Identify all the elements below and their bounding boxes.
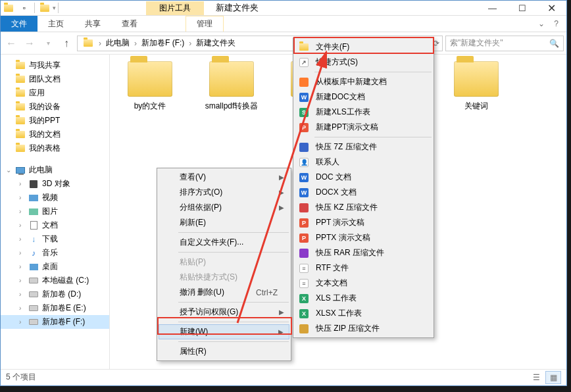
sidebar-item[interactable]: ›桌面 (1, 260, 109, 274)
context-menu-item[interactable]: 新建(W)▶ (159, 324, 289, 339)
contextual-tab-label: 图片工具 (146, 1, 204, 15)
context-menu-item[interactable]: 查看(V)▶ (159, 170, 289, 185)
menu-item-label: 属性(R) (180, 346, 207, 357)
sidebar-item-label: 我的设备 (29, 101, 61, 112)
folder-icon (454, 61, 499, 97)
sidebar-item[interactable]: ›文档 (1, 218, 109, 232)
context-menu-item[interactable]: 排序方式(O)▶ (159, 185, 289, 200)
folder-item[interactable]: smallpdf转换器 (203, 61, 260, 112)
tab-view[interactable]: 查看 (111, 16, 148, 32)
sidebar-item[interactable]: ›视频 (1, 191, 109, 205)
explorer-window: ▫ ▾ 图片工具 新建文件夹 — ☐ ✕ 文件 主页 共享 查看 管理 ⌄ ? … (0, 0, 567, 386)
folder-item[interactable]: 关键词 (448, 61, 505, 112)
sidebar-item[interactable]: 应用 (1, 86, 109, 100)
context-menu-item[interactable]: 授予访问权限(G)▶ (159, 305, 289, 320)
new-menu-item[interactable]: WDOCX 文档 (295, 185, 432, 200)
context-menu: 查看(V)▶排序方式(O)▶分组依据(P)▶刷新(E)自定义文件夹(F)...粘… (157, 168, 291, 361)
menu-item-label: XLS 工作表 (316, 293, 357, 304)
recent-dropdown-icon[interactable]: ▾ (40, 36, 56, 51)
menu-item-label: DOCX 文档 (316, 187, 357, 198)
new-menu-item[interactable]: 快压 ZIP 压缩文件 (295, 321, 432, 336)
context-menu-item[interactable]: 刷新(E) (159, 215, 289, 230)
sidebar-item[interactable]: ›新加卷E (E:) (1, 301, 109, 315)
filetype-icon (299, 142, 309, 153)
breadcrumb[interactable]: 新建文件夹 (194, 37, 237, 49)
folder-item[interactable]: by的文件 (122, 61, 178, 112)
sidebar-item[interactable]: ›图片 (1, 205, 109, 218)
sidebar-item[interactable]: ›新加卷F (F:) (1, 315, 109, 329)
new-menu-item[interactable]: 👤联系人 (295, 155, 432, 170)
new-menu-item[interactable]: W新建DOC文档 (295, 89, 432, 105)
new-menu-item[interactable]: XXLS 工作表 (295, 291, 432, 306)
icons-view-button[interactable]: ▦ (545, 371, 561, 384)
details-view-button[interactable]: ☰ (528, 371, 544, 384)
maximize-button[interactable]: ☐ (507, 1, 537, 15)
filetype-icon: P (299, 233, 309, 243)
new-menu-item[interactable]: 快压 RAR 压缩文件 (295, 245, 432, 260)
menu-item-label: 快压 KZ 压缩文件 (316, 202, 378, 213)
sidebar-item[interactable]: 我的PPT (1, 114, 109, 128)
context-menu-item[interactable]: 撤消 删除(U)Ctrl+Z (159, 285, 289, 300)
sidebar-item[interactable]: 与我共享 (1, 59, 109, 72)
context-menu-item[interactable]: 自定义文件夹(F)... (159, 235, 289, 250)
sidebar-item[interactable]: 我的文档 (1, 128, 109, 141)
menu-item-label: 文件夹(F) (316, 41, 349, 53)
back-button[interactable]: ← (3, 36, 19, 51)
menu-item-label: 分组依据(P) (180, 202, 222, 213)
search-input[interactable]: 索"新建文件夹" 🔍 (445, 36, 564, 51)
new-menu-item[interactable]: ≡RTF 文件 (295, 260, 432, 276)
menu-item-label: 粘贴快捷方式(S) (180, 272, 237, 283)
shortcut-label: Ctrl+Z (256, 288, 278, 297)
filetype-icon: W (299, 172, 309, 183)
new-menu-item[interactable]: ↗快捷方式(S) (295, 55, 432, 70)
filetype-icon: P (299, 218, 309, 228)
close-button[interactable]: ✕ (537, 1, 566, 15)
ribbon-toggle-icon[interactable]: ⌄ ? (530, 16, 566, 32)
new-menu-item[interactable]: ≡文本文档 (295, 276, 432, 291)
filetype-icon: ↗ (299, 57, 309, 68)
breadcrumb[interactable]: 此电脑 (104, 37, 132, 49)
new-menu-item[interactable]: WDOC 文档 (295, 170, 432, 185)
submenu-arrow-icon: ▶ (278, 328, 284, 335)
context-menu-item[interactable]: 粘贴快捷方式(S) (159, 270, 289, 285)
forward-button[interactable]: → (22, 36, 37, 51)
new-menu-item[interactable]: S新建XLS工作表 (295, 105, 432, 120)
context-menu-item[interactable]: 粘贴(P) (159, 255, 289, 270)
qat-properties-icon[interactable]: ▫ (19, 3, 30, 13)
new-menu-item[interactable]: PPPTX 演示文稿 (295, 230, 432, 245)
qat-newfolder-icon[interactable] (39, 3, 50, 13)
sidebar-item[interactable]: ›↓下载 (1, 232, 109, 246)
tab-manage[interactable]: 管理 (186, 16, 224, 32)
sidebar-item-label: 我的PPT (29, 115, 60, 126)
address-bar: ← → ▾ ↑ › 此电脑 › 新加卷F (F:) › 新建文件夹 ⌄ ⟳ 索"… (1, 32, 566, 55)
sidebar-item[interactable]: 团队文档 (1, 72, 109, 86)
qat-dropdown-icon[interactable]: ▾ (53, 5, 56, 11)
new-menu-item[interactable]: 快压 KZ 压缩文件 (295, 200, 432, 215)
tab-share[interactable]: 共享 (74, 16, 111, 32)
new-menu-item[interactable]: XXLSX 工作表 (295, 306, 432, 321)
submenu-arrow-icon: ▶ (279, 174, 284, 181)
context-menu-item[interactable]: 分组依据(P)▶ (159, 200, 289, 215)
sidebar-item-label: 图片 (42, 206, 58, 217)
sidebar-item[interactable]: ›3D 对象 (1, 177, 109, 191)
up-button[interactable]: ↑ (59, 36, 74, 51)
menu-item-label: 授予访问权限(G) (180, 306, 238, 318)
menu-item-label: 自定义文件夹(F)... (180, 237, 243, 248)
folder-icon (209, 61, 254, 97)
sidebar-this-pc[interactable]: ⌄此电脑 (1, 163, 109, 177)
new-menu-item[interactable]: P新建PPT演示文稿 (295, 120, 432, 135)
sidebar-item[interactable]: ›本地磁盘 (C:) (1, 274, 109, 287)
context-menu-item[interactable]: 属性(R) (159, 344, 289, 359)
minimize-button[interactable]: — (478, 1, 507, 15)
new-menu-item[interactable]: 快压 7Z 压缩文件 (295, 139, 432, 155)
breadcrumb[interactable]: 新加卷F (F:) (139, 37, 186, 49)
tab-file[interactable]: 文件 (1, 16, 37, 32)
sidebar-item[interactable]: ›新加卷 (D:) (1, 287, 109, 301)
sidebar-item[interactable]: 我的设备 (1, 100, 109, 114)
sidebar-item[interactable]: 我的表格 (1, 141, 109, 155)
tab-home[interactable]: 主页 (37, 16, 74, 32)
new-menu-item[interactable]: 从模板库中新建文档 (295, 74, 432, 89)
new-menu-item[interactable]: 文件夹(F) (295, 39, 432, 55)
sidebar-item[interactable]: ›♪音乐 (1, 246, 109, 260)
new-menu-item[interactable]: PPPT 演示文稿 (295, 215, 432, 230)
